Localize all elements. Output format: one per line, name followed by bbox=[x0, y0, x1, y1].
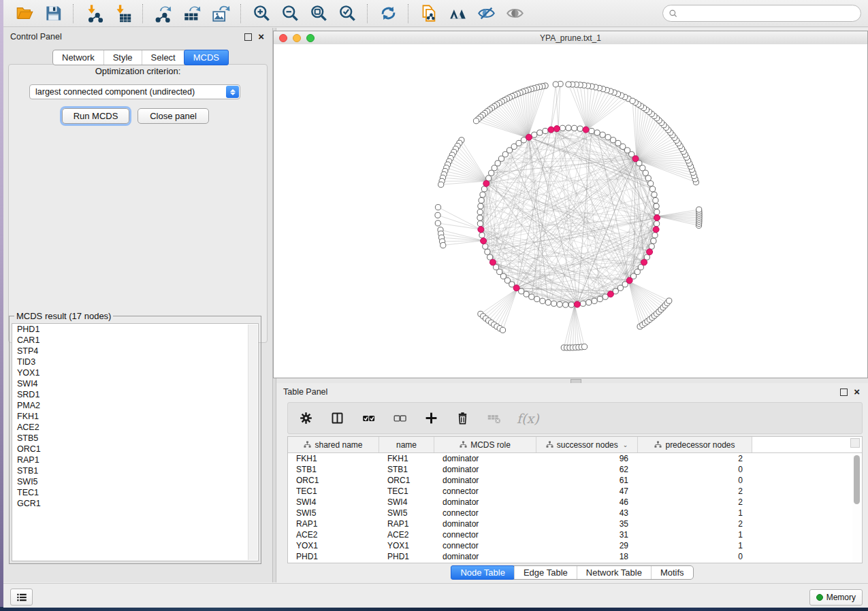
column-control-icon[interactable] bbox=[850, 438, 860, 448]
ring-node[interactable] bbox=[594, 130, 600, 135]
mcds-result-item[interactable]: PHD1 bbox=[12, 324, 258, 335]
table-row[interactable]: STB1STB1dominator620 bbox=[288, 464, 862, 475]
export-image-icon[interactable] bbox=[210, 3, 231, 24]
mcds-result-item[interactable]: SRD1 bbox=[12, 389, 258, 400]
column-header-shared-name[interactable]: shared name bbox=[288, 437, 379, 452]
ring-node[interactable] bbox=[653, 197, 658, 203]
mcds-hub-node[interactable] bbox=[548, 127, 554, 133]
table-row[interactable]: SWI5SWI5connector431 bbox=[288, 508, 862, 518]
ring-node[interactable] bbox=[477, 210, 483, 215]
ring-node[interactable] bbox=[516, 140, 521, 146]
run-mcds-button[interactable]: Run MCDS bbox=[62, 108, 129, 124]
mcds-hub-node[interactable] bbox=[478, 227, 484, 233]
ring-node[interactable] bbox=[634, 269, 640, 274]
ring-node[interactable] bbox=[650, 186, 656, 192]
mcds-hub-node[interactable] bbox=[574, 301, 580, 308]
leaf-node[interactable] bbox=[666, 298, 672, 303]
mcds-result-item[interactable]: GCR1 bbox=[12, 498, 258, 509]
table-row[interactable]: ACE2ACE2connector311 bbox=[288, 529, 862, 540]
ring-node[interactable] bbox=[654, 210, 660, 215]
zoom-out-icon[interactable] bbox=[280, 3, 300, 24]
close-panel-icon[interactable]: × bbox=[854, 389, 860, 395]
mcds-hub-node[interactable] bbox=[626, 278, 632, 284]
ring-node[interactable] bbox=[572, 125, 577, 131]
search-input[interactable] bbox=[678, 6, 861, 21]
ring-node[interactable] bbox=[485, 249, 490, 254]
mcds-hub-node[interactable] bbox=[632, 156, 639, 162]
mcds-result-item[interactable]: STB5 bbox=[12, 433, 258, 444]
column-header-name[interactable]: name bbox=[379, 437, 434, 452]
ring-node[interactable] bbox=[597, 296, 602, 301]
table-row[interactable]: RAP1RAP1dominator352 bbox=[288, 518, 862, 529]
ring-node[interactable] bbox=[543, 128, 548, 133]
mcds-result-item[interactable]: PMA2 bbox=[12, 400, 258, 411]
ring-node[interactable] bbox=[560, 125, 565, 131]
leaf-node[interactable] bbox=[696, 207, 702, 212]
ring-node[interactable] bbox=[507, 148, 512, 153]
tab-select[interactable]: Select bbox=[142, 50, 184, 65]
ring-node[interactable] bbox=[568, 302, 574, 308]
ring-node[interactable] bbox=[545, 299, 551, 305]
table-row[interactable]: TEC1TEC1connector472 bbox=[288, 486, 862, 497]
show-columns-icon[interactable] bbox=[329, 410, 345, 427]
criterion-dropdown[interactable]: largest connected component (undirected) bbox=[29, 84, 240, 99]
ring-node[interactable] bbox=[600, 132, 605, 137]
table-scrollbar[interactable] bbox=[852, 454, 861, 563]
mcds-result-item[interactable]: FKH1 bbox=[12, 411, 258, 422]
ring-node[interactable] bbox=[649, 244, 654, 249]
leaf-node[interactable] bbox=[435, 205, 440, 210]
tab-network[interactable]: Network bbox=[53, 50, 103, 65]
zoom-in-icon[interactable] bbox=[251, 3, 272, 24]
first-neighbors-icon[interactable] bbox=[447, 3, 468, 24]
mcds-result-item[interactable]: ACE2 bbox=[12, 422, 258, 433]
mcds-hub-node[interactable] bbox=[641, 259, 647, 265]
mcds-hub-node[interactable] bbox=[481, 238, 487, 244]
mcds-result-item[interactable]: CAR1 bbox=[12, 335, 258, 346]
table-row[interactable]: PHD1PHD1dominator180 bbox=[288, 551, 862, 562]
ring-node[interactable] bbox=[492, 165, 497, 171]
float-panel-icon[interactable] bbox=[840, 389, 848, 396]
mcds-hub-node[interactable] bbox=[647, 249, 653, 255]
mcds-hub-node[interactable] bbox=[526, 134, 532, 140]
mcds-result-item[interactable]: SWI5 bbox=[12, 476, 258, 487]
table-row[interactable]: SWI4SWI4dominator462 bbox=[288, 497, 862, 508]
leaf-node[interactable] bbox=[435, 212, 440, 218]
horizontal-splitter[interactable] bbox=[276, 378, 868, 383]
ring-node[interactable] bbox=[654, 221, 660, 227]
mcds-list-scrollbar[interactable] bbox=[248, 325, 257, 560]
table-row[interactable]: ORC1ORC1dominator610 bbox=[288, 475, 862, 486]
zoom-fit-icon[interactable] bbox=[308, 3, 329, 24]
ring-node[interactable] bbox=[479, 233, 485, 238]
ring-node[interactable] bbox=[592, 298, 597, 303]
mcds-result-item[interactable]: YOX1 bbox=[12, 367, 258, 378]
ring-node[interactable] bbox=[481, 186, 487, 192]
ring-node[interactable] bbox=[551, 301, 557, 306]
table-row[interactable]: FKH1FKH1dominator962 bbox=[288, 453, 862, 464]
mcds-hub-node[interactable] bbox=[654, 215, 660, 221]
ring-node[interactable] bbox=[477, 221, 483, 227]
ring-node[interactable] bbox=[479, 197, 484, 203]
table-settings-icon[interactable] bbox=[298, 410, 314, 427]
ring-node[interactable] bbox=[529, 294, 534, 299]
show-panels-list-button[interactable] bbox=[10, 589, 33, 606]
delete-row-icon[interactable] bbox=[454, 410, 470, 427]
ring-node[interactable] bbox=[489, 170, 494, 176]
clear-selection-icon[interactable] bbox=[391, 410, 408, 427]
close-panel-button[interactable]: Close panel bbox=[138, 108, 209, 124]
show-all-icon[interactable] bbox=[504, 3, 525, 24]
ring-node[interactable] bbox=[605, 135, 611, 140]
export-network-icon[interactable] bbox=[153, 3, 174, 24]
mcds-hub-node[interactable] bbox=[653, 227, 659, 233]
tab-mcds[interactable]: MCDS bbox=[184, 50, 229, 65]
ring-node[interactable] bbox=[557, 301, 562, 307]
mcds-hub-node[interactable] bbox=[607, 291, 613, 297]
mcds-hub-node[interactable] bbox=[513, 285, 519, 291]
leaf-node[interactable] bbox=[435, 220, 440, 226]
scrollbar-thumb[interactable] bbox=[854, 455, 860, 504]
tab-style[interactable]: Style bbox=[103, 50, 142, 65]
ring-node[interactable] bbox=[645, 176, 651, 181]
ring-node[interactable] bbox=[566, 125, 571, 131]
zoom-selected-icon[interactable] bbox=[337, 3, 357, 24]
apply-layout-icon[interactable] bbox=[378, 3, 398, 24]
ring-node[interactable] bbox=[617, 285, 623, 291]
